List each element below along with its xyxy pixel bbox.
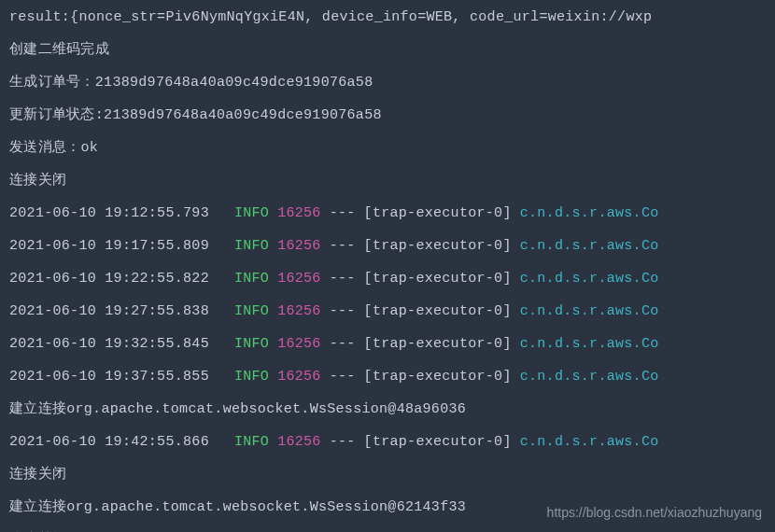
log-separator: --- (330, 369, 356, 385)
log-separator: --- (330, 238, 356, 254)
log-timestamp: 2021-06-10 19:42:55.866 (9, 434, 209, 450)
log-logger: c.n.d.s.r.aws.Co (520, 238, 659, 254)
log-text: 生成订单号：21389d97648a40a09c49dce919076a58 (9, 75, 373, 91)
log-level: INFO (234, 369, 269, 385)
log-conn-closed-line: 连接关闭 (9, 465, 766, 484)
log-entry: 2021-06-10 19:12:55.793INFO16256---[trap… (9, 203, 766, 223)
log-pid: 16256 (277, 205, 321, 221)
log-text: 发送消息：ok (9, 140, 98, 156)
log-logger: c.n.d.s.r.aws.Co (520, 271, 659, 287)
log-separator: --- (330, 205, 356, 221)
log-order-updated-line: 更新订单状态:21389d97648a40a09c49dce919076a58 (9, 105, 766, 125)
log-separator: --- (330, 434, 356, 450)
log-timestamp: 2021-06-10 19:12:55.793 (9, 205, 209, 221)
log-entry: 2021-06-10 19:37:55.855INFO16256---[trap… (9, 367, 766, 386)
log-level: INFO (234, 238, 269, 254)
log-thread: [trap-executor-0] (364, 303, 512, 319)
log-pid: 16256 (277, 369, 321, 385)
log-timestamp: 2021-06-10 19:17:55.809 (9, 238, 209, 254)
log-entry: 2021-06-10 19:32:55.845INFO16256---[trap… (9, 334, 766, 354)
log-thread: [trap-executor-0] (364, 336, 512, 352)
log-entry: 2021-06-10 19:22:55.822INFO16256---[trap… (9, 269, 766, 288)
log-conn-established-line: 建立连接org.apache.tomcat.websocket.WsSessio… (9, 399, 766, 419)
log-text: 连接关闭 (9, 173, 66, 189)
log-level: INFO (234, 303, 269, 319)
log-level: INFO (234, 205, 269, 221)
log-pid: 16256 (277, 271, 321, 287)
log-pid: 16256 (277, 303, 321, 319)
log-logger: c.n.d.s.r.aws.Co (520, 205, 659, 221)
log-timestamp: 2021-06-10 19:37:55.855 (9, 369, 209, 385)
log-separator: --- (330, 303, 356, 319)
watermark-text: https://blog.csdn.net/xiaozhuzhuyang (547, 504, 762, 523)
log-thread: [trap-executor-0] (364, 369, 512, 385)
log-qrcode-line: 创建二维码完成 (9, 40, 766, 60)
log-entry: 2021-06-10 19:42:55.866INFO16256---[trap… (9, 432, 766, 452)
log-thread: [trap-executor-0] (364, 205, 512, 221)
log-separator: --- (330, 336, 356, 352)
log-conn-closed-line: 连接关闭 (9, 171, 766, 190)
log-thread: [trap-executor-0] (364, 271, 512, 287)
log-logger: c.n.d.s.r.aws.Co (520, 369, 659, 385)
log-text: 更新订单状态:21389d97648a40a09c49dce919076a58 (9, 107, 382, 123)
log-logger: c.n.d.s.r.aws.Co (520, 303, 659, 319)
log-separator: --- (330, 271, 356, 287)
log-level: INFO (234, 434, 269, 450)
log-thread: [trap-executor-0] (364, 238, 512, 254)
log-level: INFO (234, 271, 269, 287)
log-logger: c.n.d.s.r.aws.Co (520, 336, 659, 352)
log-pid: 16256 (277, 336, 321, 352)
log-result-line: result:{nonce_str=Piv6NymNqYgxiE4N, devi… (9, 7, 766, 27)
log-text: result:{nonce_str=Piv6NymNqYgxiE4N, devi… (9, 9, 652, 25)
log-thread: [trap-executor-0] (364, 434, 512, 450)
log-pid: 16256 (277, 238, 321, 254)
log-entry: 2021-06-10 19:27:55.838INFO16256---[trap… (9, 301, 766, 321)
log-timestamp: 2021-06-10 19:27:55.838 (9, 303, 209, 319)
log-text: 连接关闭 (9, 467, 66, 483)
log-text: 建立连接org.apache.tomcat.websocket.WsSessio… (9, 499, 466, 515)
log-level: INFO (234, 336, 269, 352)
log-entry: 2021-06-10 19:17:55.809INFO16256---[trap… (9, 236, 766, 256)
log-order-generated-line: 生成订单号：21389d97648a40a09c49dce919076a58 (9, 73, 766, 92)
log-timestamp: 2021-06-10 19:32:55.845 (9, 336, 209, 352)
log-text: 创建二维码完成 (9, 42, 109, 58)
log-timestamp: 2021-06-10 19:22:55.822 (9, 271, 209, 287)
log-logger: c.n.d.s.r.aws.Co (520, 434, 659, 450)
log-text: 建立连接org.apache.tomcat.websocket.WsSessio… (9, 401, 466, 417)
log-send-msg-line: 发送消息：ok (9, 138, 766, 158)
log-pid: 16256 (277, 434, 321, 450)
